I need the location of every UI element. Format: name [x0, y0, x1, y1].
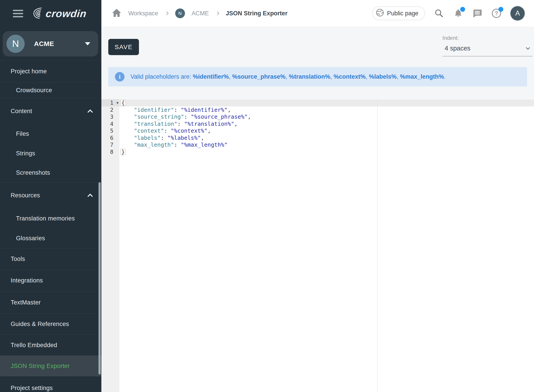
- globe-icon: [376, 9, 384, 19]
- breadcrumb-project[interactable]: ACME: [192, 10, 209, 17]
- editor-code-area[interactable]: { "identifier": "%identifier%", "source_…: [119, 99, 534, 392]
- sidebar-item-glossaries[interactable]: Glossaries: [0, 229, 101, 248]
- sidebar-section-resources[interactable]: Resources: [0, 182, 101, 208]
- project-avatar: N: [6, 35, 25, 53]
- code-line[interactable]: "identifier": "%identifier%",: [119, 107, 534, 114]
- sidebar-item-trello-embedded[interactable]: Trello Embedded: [0, 334, 101, 355]
- breadcrumb-workspace[interactable]: Workspace: [128, 10, 158, 17]
- gutter-line[interactable]: 7: [101, 141, 119, 149]
- breadcrumb-project-avatar[interactable]: N: [175, 9, 185, 18]
- breadcrumb-chevron-icon: [165, 12, 169, 15]
- chevron-up-icon[interactable]: [87, 194, 93, 199]
- sidebar-item-integrations[interactable]: Integrations: [0, 269, 101, 292]
- sidebar-item-textmaster[interactable]: TextMaster: [0, 292, 101, 313]
- public-page-button[interactable]: Public page: [372, 6, 425, 20]
- sidebar-item-crowdsource[interactable]: Crowdsource: [0, 82, 101, 98]
- hamburger-icon[interactable]: [13, 10, 23, 17]
- sidebar-scrollbar[interactable]: [98, 182, 101, 374]
- indent-control: Indent: 4 spaces: [442, 35, 532, 56]
- sidebar-section-content[interactable]: Content: [0, 98, 101, 124]
- info-icon: i: [115, 72, 125, 82]
- home-icon[interactable]: [112, 8, 122, 19]
- sidebar-item-screenshots[interactable]: Screenshots: [0, 163, 101, 182]
- help-badge: [498, 7, 503, 12]
- gutter-line[interactable]: 2: [101, 107, 119, 114]
- topbar: Workspace N ACME JSON String Exporter Pu…: [101, 0, 534, 27]
- editor-gutter: 1 ▾ 2 3 4 5 6 7 8: [101, 99, 119, 392]
- notifications-bell-icon[interactable]: [453, 8, 463, 19]
- notification-badge: [460, 7, 465, 12]
- indent-select[interactable]: 4 spaces: [442, 45, 532, 56]
- print-margin-ruler: [377, 99, 378, 392]
- sidebar-item-files[interactable]: Files: [0, 124, 101, 144]
- sidebar-item-strings[interactable]: Strings: [0, 144, 101, 163]
- user-avatar[interactable]: A: [511, 6, 525, 20]
- sidebar-item-json-string-exporter[interactable]: JSON String Exporter: [0, 355, 101, 376]
- topbar-actions: Public page ?: [372, 6, 525, 20]
- sidebar-item-translation-memories[interactable]: Translation memories: [0, 208, 101, 229]
- project-selector[interactable]: N ACME: [3, 31, 98, 56]
- info-banner-text: Valid placeholders are: %identifier%, %s…: [131, 73, 446, 80]
- gutter-line[interactable]: 8: [101, 149, 119, 156]
- gutter-line[interactable]: 6: [101, 135, 119, 142]
- chevron-down-icon: [526, 46, 530, 50]
- code-line[interactable]: "max_length": "%max_length%": [119, 141, 534, 149]
- gutter-line[interactable]: 1 ▾: [101, 99, 119, 107]
- search-icon[interactable]: [434, 8, 444, 19]
- breadcrumb: Workspace N ACME JSON String Exporter: [112, 8, 287, 19]
- crowdin-swirl-icon: [31, 7, 44, 20]
- gutter-line[interactable]: 3: [101, 113, 119, 121]
- sidebar-header: crowdin: [0, 0, 101, 27]
- crowdin-logo[interactable]: crowdin: [31, 7, 86, 20]
- breadcrumb-current-page: JSON String Exporter: [226, 10, 288, 17]
- chevron-up-icon[interactable]: [87, 109, 93, 115]
- sidebar-item-project-home[interactable]: Project home: [0, 61, 101, 82]
- code-line[interactable]: "source_string": "%source_phrase%",: [119, 113, 534, 121]
- crowdin-logo-text: crowdin: [45, 8, 87, 19]
- chat-icon[interactable]: [472, 8, 482, 19]
- fold-icon[interactable]: ▾: [117, 100, 118, 105]
- project-name: ACME: [34, 40, 54, 47]
- save-button[interactable]: SAVE: [108, 39, 139, 55]
- code-line[interactable]: "context": "%context%",: [119, 127, 534, 135]
- main-content: SAVE Indent: 4 spaces i Valid placeholde…: [101, 27, 534, 392]
- breadcrumb-chevron-icon: [215, 12, 219, 15]
- code-line[interactable]: "labels": "%labels%",: [119, 135, 534, 142]
- info-banner: i Valid placeholders are: %identifier%, …: [108, 67, 527, 86]
- sidebar-item-guides-references[interactable]: Guides & References: [0, 313, 101, 334]
- code-line[interactable]: {: [119, 99, 534, 107]
- code-line[interactable]: }: [119, 149, 534, 156]
- indent-label: Indent:: [442, 35, 532, 41]
- caret-down-icon: [85, 42, 90, 45]
- code-editor: 1 ▾ 2 3 4 5 6 7 8 { "identifier": "%iden…: [101, 99, 534, 392]
- sidebar-item-tools[interactable]: Tools: [0, 248, 101, 269]
- gutter-line[interactable]: 4: [101, 121, 119, 128]
- gutter-line[interactable]: 5: [101, 127, 119, 135]
- code-line[interactable]: "translation": "%translation%",: [119, 121, 534, 128]
- sidebar: crowdin N ACME Project home Crowdsource …: [0, 0, 101, 392]
- help-icon[interactable]: ?: [491, 8, 501, 19]
- sidebar-item-project-settings[interactable]: Project settings: [0, 376, 101, 392]
